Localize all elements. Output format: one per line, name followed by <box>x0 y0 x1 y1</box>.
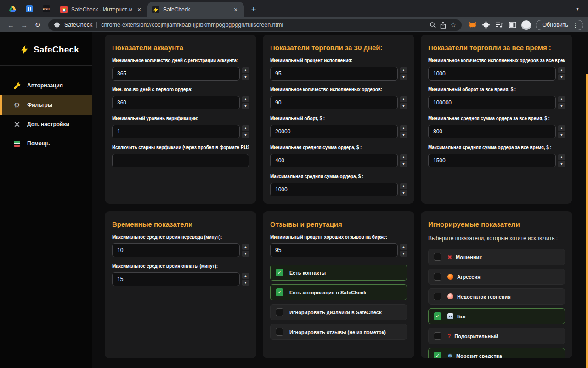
address-bar[interactable]: SafeCheck chrome-extension://cocjmjlamfk… <box>48 19 462 31</box>
spinner-up-button[interactable]: ▲ <box>400 96 407 102</box>
pinned-tab-pause[interactable] <box>22 0 37 17</box>
metamask-icon[interactable] <box>466 21 479 29</box>
checkbox[interactable]: ✓ <box>276 269 283 276</box>
spinner-down-button[interactable]: ▼ <box>558 74 565 80</box>
spinner-up-button[interactable]: ▲ <box>400 244 407 250</box>
menu-dots-icon[interactable]: ⋮ <box>572 22 581 29</box>
spinner-up-button[interactable]: ▲ <box>242 244 249 250</box>
field-row: ▲▼ <box>428 67 565 80</box>
field-input[interactable] <box>428 96 556 109</box>
field-input[interactable] <box>112 243 240 257</box>
spinner-up-button[interactable]: ▲ <box>242 273 249 279</box>
pause-icon <box>26 5 33 12</box>
spinner-down-button[interactable]: ▼ <box>400 190 407 196</box>
forward-button[interactable]: → <box>18 21 30 29</box>
playlist-icon[interactable] <box>493 22 505 28</box>
checkbox[interactable] <box>434 253 441 261</box>
field-input[interactable] <box>270 154 398 167</box>
tab-shop[interactable]: SafeCheck - Интернет-магазин × <box>56 2 147 17</box>
tab-close-icon[interactable]: × <box>136 6 143 13</box>
tab-close-icon[interactable]: × <box>232 6 239 13</box>
spinner-down-button[interactable]: ▼ <box>400 251 407 257</box>
checkbox[interactable]: ✓ <box>434 352 441 358</box>
checkbox-row[interactable]: ✓Бот <box>428 308 565 324</box>
spinner-up-button[interactable]: ▲ <box>400 183 407 189</box>
checkbox[interactable] <box>276 328 283 336</box>
sidebar-item-help[interactable]: Помощь <box>0 134 92 153</box>
spinner-down-button[interactable]: ▼ <box>400 161 407 167</box>
field-input[interactable] <box>428 125 556 138</box>
spinner-down-button[interactable]: ▼ <box>242 251 249 257</box>
extensions-puzzle-icon[interactable] <box>480 21 492 29</box>
checkbox-row[interactable]: Игнорировать дизлайки в SafeCheck <box>270 304 407 320</box>
spinner-down-button[interactable]: ▼ <box>242 132 249 138</box>
field-input[interactable] <box>270 67 398 80</box>
pinned-tab-drive[interactable] <box>5 0 20 17</box>
checkbox-row[interactable]: Агрессия <box>428 269 565 285</box>
spinner-up-button[interactable]: ▲ <box>558 96 565 102</box>
spinner-up-button[interactable]: ▲ <box>400 125 407 131</box>
spinner-down-button[interactable]: ▼ <box>558 161 565 167</box>
search-icon[interactable] <box>430 22 436 28</box>
checkbox[interactable] <box>434 273 441 281</box>
impatience-icon <box>447 293 453 299</box>
sidebar-item-auth[interactable]: Авторизация <box>0 76 92 95</box>
sidebar-item-extra[interactable]: Доп. настройки <box>0 115 92 134</box>
spinner-down-button[interactable]: ▼ <box>400 74 407 80</box>
field-input[interactable] <box>112 125 240 138</box>
field-input[interactable] <box>112 154 249 167</box>
spinner-up-button[interactable]: ▲ <box>400 154 407 160</box>
checkbox[interactable] <box>434 293 441 300</box>
profile-avatar[interactable] <box>521 20 531 30</box>
reload-button[interactable]: ↻ <box>31 21 44 29</box>
spinner-down-button[interactable]: ▼ <box>242 74 249 80</box>
spinner-down-button[interactable]: ▼ <box>558 103 565 109</box>
field-input[interactable] <box>112 272 240 286</box>
checkbox-row[interactable]: ✖Мошенник <box>428 249 565 265</box>
spinner-up-button[interactable]: ▲ <box>242 125 249 131</box>
tab-safecheck[interactable]: SafeCheck × <box>147 2 244 17</box>
sidebar-item-filters[interactable]: ⚙Фильтры <box>0 95 92 115</box>
field-input[interactable] <box>270 183 398 196</box>
number-spinner: ▲▼ <box>558 154 565 167</box>
shop-favicon <box>60 6 68 13</box>
spinner-up-button[interactable]: ▲ <box>400 67 407 73</box>
bookmark-star-icon[interactable]: ☆ <box>450 21 456 29</box>
checkbox-row[interactable]: ✓❄Морозит средства <box>428 348 565 358</box>
spinner-up-button[interactable]: ▲ <box>558 67 565 73</box>
checkbox-row[interactable]: ?Подозрительный <box>428 328 565 344</box>
field-input[interactable] <box>270 243 398 257</box>
checkbox[interactable]: ✓ <box>276 288 283 296</box>
checkbox-row[interactable]: ✓Есть авторизация в SafeCheck <box>270 284 407 300</box>
field-input[interactable] <box>428 67 556 80</box>
checkbox-row[interactable]: Недостаток терпения <box>428 288 565 305</box>
field-input[interactable] <box>112 67 240 80</box>
spinner-down-button[interactable]: ▼ <box>242 103 249 109</box>
spinner-down-button[interactable]: ▼ <box>400 132 407 138</box>
spinner-down-button[interactable]: ▼ <box>400 103 407 109</box>
field-input[interactable] <box>428 154 556 167</box>
checkbox-row[interactable]: Игнорировать отзывы (не из пометок) <box>270 324 407 340</box>
field-input[interactable] <box>112 96 240 109</box>
field-input[interactable] <box>270 96 398 109</box>
spinner-up-button[interactable]: ▲ <box>558 154 565 160</box>
new-tab-button[interactable]: + <box>247 2 260 16</box>
field-input[interactable] <box>270 125 398 138</box>
field-label: Минимальная средняя сумма ордера за все … <box>428 116 565 121</box>
checkbox[interactable] <box>276 308 283 316</box>
pinned-tab-bybit[interactable]: BYBIT <box>39 0 54 17</box>
spinner-down-button[interactable]: ▼ <box>242 280 249 286</box>
spinner-up-button[interactable]: ▲ <box>242 96 249 102</box>
chevron-down-icon[interactable]: ▾ <box>576 6 584 12</box>
scrollbar-thumb[interactable] <box>586 74 588 368</box>
update-chrome-button[interactable]: Обновить ⋮ <box>536 20 583 30</box>
spinner-up-button[interactable]: ▲ <box>558 125 565 131</box>
spinner-up-button[interactable]: ▲ <box>242 67 249 73</box>
checkbox[interactable] <box>434 332 441 340</box>
checkbox-row[interactable]: ✓Есть контакты <box>270 264 407 281</box>
share-icon[interactable] <box>440 22 446 29</box>
checkbox[interactable]: ✓ <box>434 312 441 320</box>
side-panel-icon[interactable] <box>506 22 519 28</box>
back-button[interactable]: ← <box>5 21 17 29</box>
spinner-down-button[interactable]: ▼ <box>558 132 565 138</box>
